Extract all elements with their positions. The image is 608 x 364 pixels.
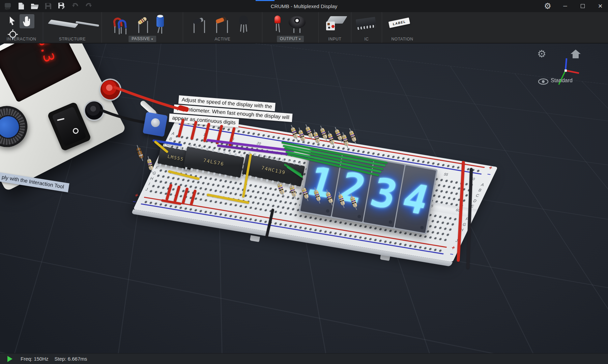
hand-tool-icon[interactable] — [22, 16, 32, 28]
row-letter: C — [474, 193, 481, 198]
save-button[interactable] — [44, 2, 53, 10]
statusbar: Freq: 150Hz Step: 6.667ms — [0, 353, 608, 364]
toolbar-section-output: OUTPUT ▾ — [262, 12, 319, 43]
switch-on-mark — [57, 118, 64, 121]
row-letter: D — [471, 198, 478, 203]
row-letter: G — [461, 222, 468, 227]
new-file-button[interactable] — [17, 2, 26, 10]
row-letter: A — [479, 182, 486, 187]
power-supply-knob[interactable] — [0, 99, 34, 154]
decimal-point — [420, 226, 424, 230]
section-label-output[interactable]: OUTPUT ▾ — [277, 36, 304, 42]
label-tag-icon[interactable]: LABEL — [388, 18, 410, 28]
power-supply-icon[interactable] — [325, 16, 344, 32]
minimize-button[interactable]: ─ — [560, 1, 570, 11]
open-file-button[interactable] — [30, 2, 39, 10]
toolbar-section-interaction: INTERACTION — [0, 12, 43, 43]
rail-minus-marker: − — [448, 251, 455, 258]
toolbar-section-passive: PASSIVE ▾ — [102, 12, 183, 43]
red-terminal[interactable] — [100, 80, 120, 99]
view-preset-eye-icon[interactable] — [538, 78, 549, 86]
toolbar-section-ic: IC — [351, 12, 382, 43]
app-logo-icon — [3, 2, 12, 10]
close-button[interactable]: ✕ — [595, 1, 605, 11]
label-tag-text: LABEL — [393, 20, 406, 26]
zener-diode-icon[interactable] — [214, 16, 231, 34]
transistor-icon[interactable] — [238, 16, 251, 34]
section-label-active: ACTIVE — [183, 37, 262, 41]
section-label-notation: NOTATION — [382, 37, 423, 41]
section-label-interaction: INTERACTION — [0, 37, 43, 41]
jumper-wires-icon[interactable] — [113, 16, 131, 34]
maximize-button[interactable] — [578, 1, 588, 11]
titlebar: CRUMB - Multiplexed Display ⚙ ─ ✕ — [0, 0, 608, 12]
redo-button[interactable] — [84, 2, 93, 10]
resistor-icon[interactable] — [136, 16, 152, 34]
diode-icon[interactable] — [192, 16, 208, 34]
decimal-point — [357, 215, 361, 219]
rail-plus-marker: + — [450, 244, 457, 251]
rail-minus-marker: − — [486, 171, 492, 178]
section-label-ic: IC — [351, 37, 382, 41]
power-supply-reading: 3.3 — [35, 43, 58, 64]
titlebar-toolbar — [0, 2, 93, 10]
potentiometer[interactable] — [143, 112, 168, 137]
rod-structure-icon[interactable] — [76, 21, 99, 27]
decimal-point — [388, 220, 393, 224]
view-preset-label[interactable]: Standard — [551, 78, 573, 84]
crumb-app-window: CRUMB - Multiplexed Display ⚙ ─ ✕ INTERA… — [0, 0, 608, 364]
row-letter: B — [476, 187, 483, 192]
led-icon[interactable] — [273, 16, 283, 34]
play-button[interactable] — [7, 356, 12, 362]
toolbar-section-input: INPUT — [319, 12, 351, 43]
component-toolbar: INTERACTION STRUCTURE — [0, 12, 608, 43]
scene-viewport[interactable]: 3.3 ply with the Interaction Tool 510152… — [0, 43, 608, 353]
capacitor-icon[interactable] — [155, 15, 169, 34]
rail-plus-marker: + — [487, 164, 494, 171]
decimal-point — [326, 209, 330, 213]
settings-gear-icon[interactable]: ⚙ — [543, 1, 553, 11]
undo-button[interactable] — [71, 2, 80, 10]
titlebar-accent — [256, 0, 274, 1]
cursor-tool-icon[interactable] — [9, 16, 16, 27]
save-as-button[interactable] — [57, 2, 66, 10]
column-number: 55 — [443, 172, 449, 177]
buzzer-icon[interactable] — [289, 16, 307, 34]
power-supply-screen: 3.3 — [0, 43, 82, 102]
window-controls: ⚙ ─ ✕ — [543, 0, 605, 12]
scene-settings-gear-icon[interactable]: ⚙ — [537, 49, 546, 59]
section-label-structure: STRUCTURE — [43, 37, 102, 41]
frequency-readout: Freq: 150Hz — [21, 356, 49, 362]
breadboard-structure-icon[interactable] — [48, 20, 78, 28]
section-label-passive[interactable]: PASSIVE ▾ — [128, 36, 156, 42]
step-readout: Step: 6.667ms — [55, 356, 87, 362]
section-label-input: INPUT — [319, 37, 351, 41]
black-terminal[interactable] — [85, 101, 103, 120]
view-controls: ⚙ Standard — [537, 43, 608, 91]
switch-off-mark — [72, 127, 79, 134]
toolbar-section-structure: STRUCTURE — [43, 12, 102, 43]
ic-chip-icon[interactable] — [356, 17, 376, 28]
toolbar-section-active: ACTIVE — [183, 12, 262, 43]
toolbar-section-notation: LABEL NOTATION — [382, 12, 423, 43]
